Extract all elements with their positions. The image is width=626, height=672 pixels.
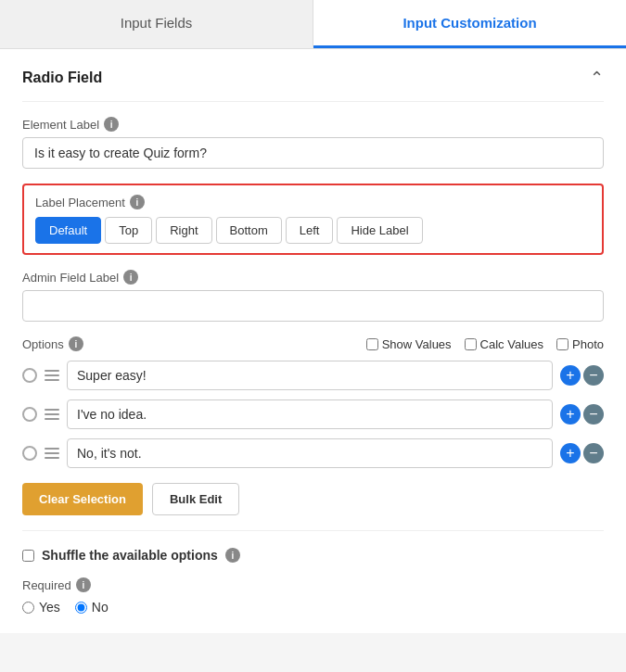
options-header: Options i Show Values Calc Values Photo [22,336,604,351]
options-checkboxes: Show Values Calc Values Photo [366,337,604,351]
placement-btn-default[interactable]: Default [35,217,101,244]
calc-values-checkbox[interactable]: Calc Values [465,337,543,351]
tab-input-customization-label: Input Customization [402,15,536,31]
photo-input[interactable] [556,338,569,350]
bulk-edit-button[interactable]: Bulk Edit [152,483,239,515]
required-options: Yes No [22,600,604,615]
placement-btn-top[interactable]: Top [105,217,152,244]
label-placement-info-icon[interactable]: i [130,195,145,209]
options-info-icon[interactable]: i [69,336,83,351]
option-input-2[interactable] [67,399,553,429]
placement-btn-left[interactable]: Left [286,217,334,244]
option-remove-btn-1[interactable]: − [583,365,604,386]
photo-checkbox[interactable]: Photo [556,337,604,351]
option-radio-3[interactable] [22,446,37,461]
show-values-input[interactable] [366,338,378,350]
drag-handle-2[interactable] [45,409,59,420]
required-info-icon[interactable]: i [76,577,91,592]
element-label-label: Element Label i [22,117,604,132]
divider [22,530,604,531]
shuffle-row: Shuffle the available options i [22,544,604,563]
required-yes-radio[interactable] [22,602,34,614]
label-placement-label: Label Placement i [35,195,591,209]
section-header: Radio Field ⌃ [22,68,604,102]
section-title: Radio Field [22,70,102,86]
required-no-radio[interactable] [75,602,87,614]
option-remove-btn-2[interactable]: − [583,404,604,425]
option-add-btn-2[interactable]: + [560,404,581,425]
tab-input-fields[interactable]: Input Fields [0,0,313,48]
shuffle-label: Shuffle the available options [42,548,218,563]
required-yes-option[interactable]: Yes [22,600,60,615]
option-controls-2: + − [560,404,604,425]
tabs-container: Input Fields Input Customization [0,0,626,49]
element-label-input[interactable] [22,137,604,169]
placement-btn-bottom[interactable]: Bottom [216,217,282,244]
tab-input-fields-label: Input Fields [121,15,193,31]
element-label-info-icon[interactable]: i [104,117,119,132]
option-controls-1: + − [560,365,604,386]
option-remove-btn-3[interactable]: − [583,443,604,463]
shuffle-info-icon[interactable]: i [225,548,240,563]
tab-input-customization[interactable]: Input Customization [313,0,626,48]
action-buttons: Clear Selection Bulk Edit [22,483,604,515]
option-add-btn-3[interactable]: + [560,443,581,463]
admin-field-label-info-icon[interactable]: i [123,270,138,285]
option-add-btn-1[interactable]: + [560,365,581,386]
placement-btn-right[interactable]: Right [156,217,211,244]
required-no-option[interactable]: No [75,600,109,615]
placement-buttons: Default Top Right Bottom Left Hide Label [35,217,591,244]
option-radio-1[interactable] [22,368,37,383]
show-values-checkbox[interactable]: Show Values [366,337,452,351]
option-row-3: + − [22,438,604,468]
option-row-2: + − [22,399,604,429]
chevron-up-icon[interactable]: ⌃ [590,68,604,88]
label-placement-container: Label Placement i Default Top Right Bott… [22,184,604,255]
option-controls-3: + − [560,443,604,463]
required-label: Required i [22,577,604,592]
drag-handle-3[interactable] [45,448,59,459]
clear-selection-button[interactable]: Clear Selection [22,483,143,515]
placement-btn-hide-label[interactable]: Hide Label [337,217,422,244]
calc-values-input[interactable] [465,338,477,350]
admin-field-label-label: Admin Field Label i [22,270,604,285]
shuffle-checkbox[interactable] [22,550,34,562]
option-row-1: + − [22,361,604,390]
drag-handle-1[interactable] [45,370,59,381]
option-radio-2[interactable] [22,407,37,422]
admin-field-label-input[interactable] [22,290,604,322]
options-label: Options i [22,336,83,351]
main-content: Radio Field ⌃ Element Label i Label Plac… [0,49,626,633]
option-input-1[interactable] [67,361,553,390]
option-input-3[interactable] [67,438,553,468]
